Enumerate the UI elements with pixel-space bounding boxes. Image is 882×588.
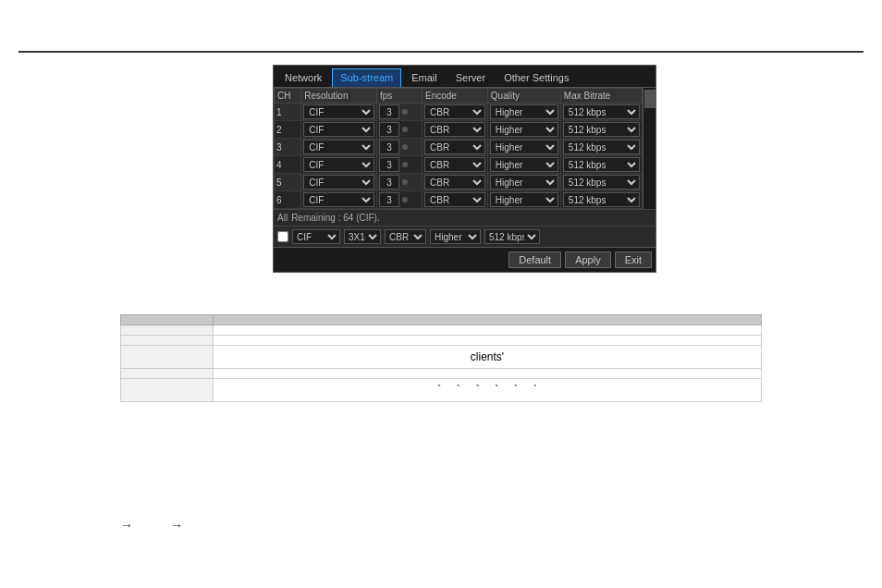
info-row3-col1	[121, 346, 214, 369]
info-row3-col2: clients'	[214, 346, 762, 369]
fps-dot-5	[402, 179, 408, 185]
info-row4-col1	[121, 369, 214, 379]
header-max-bitrate: Max Bitrate	[560, 89, 643, 104]
header-encode: Encode	[422, 89, 487, 104]
mbr-select-1[interactable]: 512 kbps	[563, 104, 641, 119]
info-row1-col2	[214, 325, 762, 336]
ch-5: 5	[275, 174, 301, 191]
fps-dot-1	[402, 109, 408, 115]
ch-4: 4	[275, 156, 301, 174]
ch-2: 2	[275, 121, 301, 139]
fps-input-4[interactable]	[379, 157, 399, 172]
qual-select-2[interactable]: Higher	[490, 122, 558, 137]
res-select-6[interactable]: CIF	[303, 192, 374, 207]
info-row5-col1	[121, 379, 214, 402]
enc-select-3[interactable]: CBR	[424, 140, 485, 154]
enc-select-6[interactable]: CBR	[424, 192, 485, 207]
fps-dot-2	[402, 127, 408, 132]
tab-substream[interactable]: Sub-stream	[332, 68, 401, 87]
fps-dot-3	[402, 144, 408, 150]
qual-select-5[interactable]: Higher	[490, 175, 558, 190]
dvr-settings-panel: Network Sub-stream Email Server Other Se…	[273, 65, 656, 273]
ch-3: 3	[275, 139, 301, 156]
enc-select-2[interactable]: CBR	[424, 122, 485, 137]
all-enc-select[interactable]: CBR	[385, 229, 426, 244]
channel-table: CH Resolution fps Encode Quality Max Bit…	[274, 88, 643, 209]
info-row5-col2: ` ` ` ` ` `	[214, 379, 762, 402]
mbr-1: 512 kbps	[560, 104, 643, 121]
fps-dot-4	[402, 162, 408, 167]
header-quality: Quality	[487, 89, 560, 104]
res-1: CIF	[301, 104, 377, 121]
qual-select-1[interactable]: Higher	[490, 104, 558, 119]
nav-arrow-1: →	[120, 518, 133, 533]
res-select-5[interactable]: CIF	[303, 175, 374, 190]
tab-network[interactable]: Network	[276, 68, 330, 87]
table-row: 4 CIF CBR Higher 512 kbps	[275, 156, 643, 174]
fps-input-3[interactable]	[379, 140, 399, 154]
scrollbar[interactable]	[643, 88, 655, 209]
qual-select-3[interactable]: Higher	[490, 140, 558, 154]
tab-email[interactable]: Email	[403, 68, 446, 87]
info-row-4	[121, 369, 762, 379]
tab-other-settings[interactable]: Other Settings	[496, 68, 577, 87]
fps-input-6[interactable]	[379, 192, 399, 207]
enc-select-4[interactable]: CBR	[424, 157, 485, 172]
all-mbr-select[interactable]: 512 kbps	[484, 229, 540, 244]
info-row2-col2	[214, 336, 762, 346]
fps-input-2[interactable]	[379, 122, 399, 137]
nav-arrow-2: →	[170, 518, 183, 533]
mbr-select-4[interactable]: 512 kbps	[563, 157, 641, 172]
res-select-3[interactable]: CIF	[303, 140, 374, 154]
fps-dot-6	[402, 197, 408, 202]
tab-server[interactable]: Server	[447, 68, 494, 87]
mbr-select-2[interactable]: 512 kbps	[563, 122, 641, 137]
header-ch: CH	[275, 89, 301, 104]
info-table-wrapper: clients' ` ` ` ` ` `	[120, 314, 762, 402]
all-res-select[interactable]: CIF	[292, 229, 340, 244]
mbr-select-6[interactable]: 512 kbps	[563, 192, 641, 207]
apply-button[interactable]: Apply	[565, 251, 611, 268]
qual-select-6[interactable]: Higher	[490, 192, 558, 207]
mbr-select-3[interactable]: 512 kbps	[563, 140, 641, 154]
all-row: All Remaining : 64 (CIF).	[274, 209, 655, 226]
enc-select-5[interactable]: CBR	[424, 175, 485, 190]
info-row2-col1	[121, 336, 214, 346]
info-row-5: ` ` ` ` ` `	[121, 379, 762, 402]
all-controls-row: CIF 3X16 CBR Higher 512 kbps	[274, 226, 655, 247]
mbr-select-5[interactable]: 512 kbps	[563, 175, 641, 190]
enc-select-1[interactable]: CBR	[424, 104, 485, 119]
ch-6: 6	[275, 191, 301, 209]
ch-1: 1	[275, 104, 301, 121]
exit-button[interactable]: Exit	[615, 251, 652, 268]
qual-select-4[interactable]: Higher	[490, 157, 558, 172]
info-table: clients' ` ` ` ` ` `	[120, 314, 762, 402]
info-row-3: clients'	[121, 346, 762, 369]
fps-1	[376, 104, 422, 121]
tab-bar: Network Sub-stream Email Server Other Se…	[274, 66, 655, 88]
qual-1: Higher	[487, 104, 560, 121]
info-header-col1	[121, 315, 214, 325]
top-divider	[18, 51, 864, 53]
all-checkbox[interactable]	[277, 231, 288, 242]
fps-input-5[interactable]	[379, 175, 399, 190]
panel-footer: Default Apply Exit	[274, 247, 655, 272]
all-qual-select[interactable]: Higher	[430, 229, 481, 244]
fps-input-1[interactable]	[379, 104, 399, 119]
info-row-1	[121, 325, 762, 336]
res-select-2[interactable]: CIF	[303, 122, 374, 137]
default-button[interactable]: Default	[508, 251, 561, 268]
table-row: 2 CIF CBR Higher 512 kbps	[275, 121, 643, 139]
info-row1-col1	[121, 325, 214, 336]
scrollbar-thumb[interactable]	[644, 90, 655, 108]
res-select-4[interactable]: CIF	[303, 157, 374, 172]
info-header-col2	[214, 315, 762, 325]
res-select-1[interactable]: CIF	[303, 104, 374, 119]
enc-1: CBR	[422, 104, 487, 121]
info-row-2	[121, 336, 762, 346]
all-label: All	[277, 213, 288, 223]
all-fps-select[interactable]: 3X16	[344, 229, 381, 244]
table-row: 6 CIF CBR Higher 512 kbps	[275, 191, 643, 209]
table-row: 1 CIF CBR Higher	[275, 104, 643, 121]
bottom-navigation: → →	[120, 518, 762, 533]
